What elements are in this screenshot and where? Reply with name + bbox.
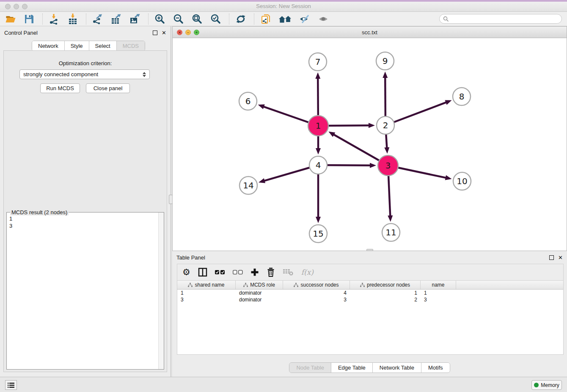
zoom-selected-icon[interactable] (209, 13, 222, 25)
graph-node-4[interactable]: 4 (309, 156, 327, 174)
graph-node-6[interactable]: 6 (239, 92, 257, 110)
save-session-icon[interactable] (23, 13, 36, 25)
delete-table-icon[interactable] (283, 268, 294, 276)
export-network-icon[interactable] (91, 13, 104, 25)
table-cell[interactable]: 3 (177, 296, 236, 303)
home-icon[interactable] (278, 13, 292, 25)
graph-node-1[interactable]: 1 (308, 116, 328, 136)
delete-row-icon[interactable] (267, 268, 275, 277)
column-view-icon[interactable] (198, 268, 207, 277)
hide-selected-icon[interactable] (298, 13, 311, 25)
table-row[interactable]: 3dominator323 (177, 296, 563, 303)
function-builder-icon[interactable]: f(x) (301, 268, 314, 276)
show-all-icon[interactable] (317, 13, 330, 25)
graph-node-10[interactable]: 10 (453, 172, 471, 190)
app-titlebar: Session: New Session (0, 0, 567, 12)
close-table-panel-icon[interactable]: ✕ (558, 254, 563, 261)
network-canvas[interactable]: 7968124314101511 (173, 38, 567, 251)
column-header-name[interactable]: name (421, 281, 456, 289)
memory-button[interactable]: Memory (531, 380, 562, 390)
zoom-fit-icon[interactable] (191, 13, 204, 25)
table-body: 1dominator4113dominator323 (177, 290, 563, 303)
optimization-criterion-select[interactable]: strongly connected component (19, 69, 150, 79)
graph-node-3[interactable]: 3 (378, 155, 398, 176)
table-cell[interactable]: dominator (236, 296, 283, 303)
table-row[interactable]: 1dominator411 (177, 290, 563, 296)
column-header-predecessor-nodes[interactable]: predecessor nodes (350, 281, 421, 289)
tab-style[interactable]: Style (65, 41, 89, 51)
graph-node-8[interactable]: 8 (453, 88, 471, 105)
select-all-icon[interactable] (215, 270, 225, 275)
import-table-icon[interactable] (66, 13, 79, 25)
graph-node-label: 11 (385, 227, 396, 237)
run-mcds-button[interactable]: Run MCDS (40, 83, 80, 93)
column-header-successor-nodes[interactable]: successor nodes (283, 281, 350, 289)
memory-label: Memory (541, 382, 559, 388)
toolbar-separator (86, 14, 86, 25)
table-cell[interactable]: 1 (350, 290, 421, 296)
float-panel-icon[interactable] (153, 30, 157, 35)
graph-arrowhead-1-6 (258, 105, 265, 109)
table-cell[interactable]: 1 (421, 290, 456, 296)
table-settings-icon[interactable]: ⚙ (182, 267, 190, 277)
tab-motifs[interactable]: Motifs (421, 363, 450, 373)
table-cell[interactable]: 1 (177, 290, 236, 296)
zoom-in-icon[interactable] (154, 13, 166, 25)
graph-arrowhead-3-1 (328, 132, 335, 137)
table-cell[interactable]: 3 (421, 296, 456, 303)
search-field[interactable] (439, 14, 562, 24)
deselect-all-icon[interactable] (233, 270, 243, 275)
refresh-layout-icon[interactable] (234, 13, 247, 25)
export-table-icon[interactable] (110, 13, 123, 25)
close-panel-icon[interactable]: ✕ (162, 30, 166, 36)
tab-select[interactable]: Select (89, 41, 117, 51)
import-network-icon[interactable] (48, 13, 61, 25)
control-panel-tabs: Network Style Select MCDS (32, 41, 145, 51)
graph-node-15[interactable]: 15 (309, 225, 327, 243)
zoom-out-icon[interactable] (172, 13, 185, 25)
graph-edge-2-8[interactable] (385, 102, 446, 125)
task-history-button[interactable] (5, 380, 17, 390)
graph-node-label: 3 (385, 160, 391, 171)
graph-arrowhead-1-7 (315, 72, 320, 79)
export-image-icon[interactable] (129, 13, 141, 25)
network-window-titlebar[interactable]: ✕ − + scc.txt (173, 27, 567, 38)
graph-arrowhead-1-2 (369, 123, 375, 128)
graph-node-7[interactable]: 7 (309, 53, 327, 71)
close-panel-button[interactable]: Close panel (86, 83, 130, 93)
graph-arrowhead-3-11 (388, 215, 393, 222)
search-input[interactable] (451, 16, 557, 22)
graph-node-2[interactable]: 2 (377, 116, 394, 134)
tab-network[interactable]: Network (32, 41, 65, 51)
graph-arrowhead-3-10 (445, 175, 452, 180)
column-header-MCDS-role[interactable]: MCDS role (236, 281, 283, 289)
toolbar-separator (254, 14, 254, 25)
graph-node-9[interactable]: 9 (376, 52, 394, 70)
table-cell[interactable]: dominator (236, 290, 283, 296)
column-header-shared-name[interactable]: shared name (177, 281, 236, 289)
tab-edge-table[interactable]: Edge Table (331, 363, 373, 373)
control-panel: Control Panel ✕ Network Style Select MCD… (0, 26, 171, 377)
table-cell[interactable]: 2 (350, 296, 421, 303)
graph-arrowhead-4-14 (259, 178, 265, 183)
open-session-icon[interactable] (4, 13, 17, 25)
table-cell[interactable]: 4 (283, 290, 350, 296)
optimization-criterion-label: Optimization criterion: (4, 60, 167, 66)
add-row-icon[interactable] (250, 268, 259, 276)
tab-network-table[interactable]: Network Table (373, 363, 421, 373)
result-scrollbar[interactable] (158, 213, 164, 369)
table-cell[interactable]: 3 (283, 296, 350, 303)
duplicate-network-icon[interactable] (259, 13, 272, 25)
mcds-result-box: MCDS result (2 nodes) 1 3 (6, 212, 164, 370)
control-panel-title: Control Panel (4, 30, 149, 36)
graph-arrowhead-1-4 (316, 148, 321, 155)
graph-node-11[interactable]: 11 (382, 224, 400, 241)
float-table-panel-icon[interactable] (549, 255, 554, 260)
tab-node-table[interactable]: Node Table (289, 363, 331, 373)
table-panel: Table Panel ✕ ⚙ f(x) shared nameMCDS rol… (172, 251, 567, 377)
tab-mcds[interactable]: MCDS (117, 41, 145, 51)
node-table: shared nameMCDS rolesuccessor nodesprede… (177, 281, 564, 355)
main-toolbar (0, 12, 567, 26)
graph-node-14[interactable]: 14 (239, 177, 257, 194)
graph-arrowhead-2-8 (445, 100, 451, 105)
